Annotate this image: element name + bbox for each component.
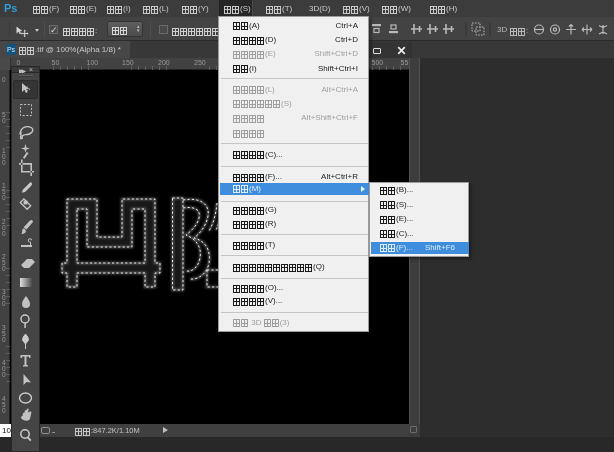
svg-text:3D: 3D <box>497 25 507 34</box>
